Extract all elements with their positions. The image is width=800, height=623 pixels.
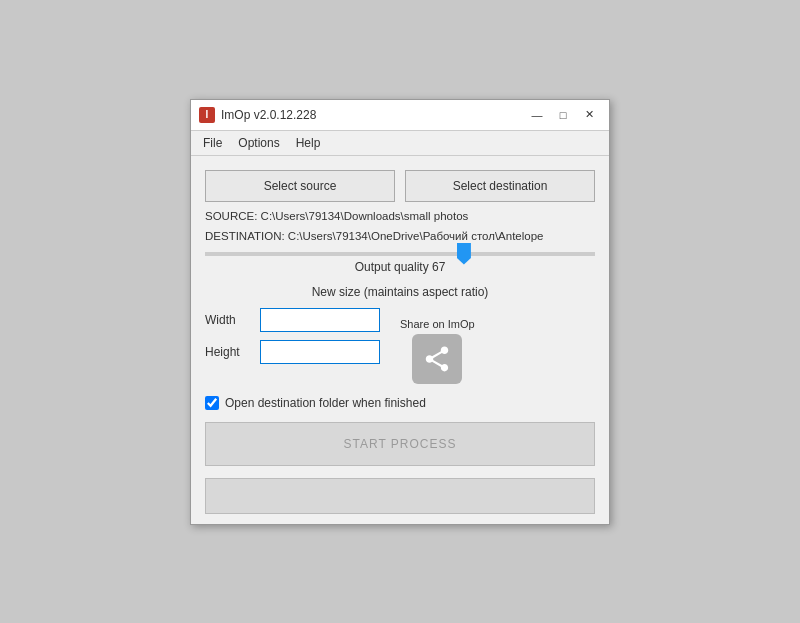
height-label: Height [205, 345, 250, 359]
content-area: Select source Select destination SOURCE:… [191, 156, 609, 524]
title-bar-left: I ImOp v2.0.12.228 [199, 107, 316, 123]
quality-slider[interactable] [205, 252, 595, 256]
select-source-button[interactable]: Select source [205, 170, 395, 202]
open-folder-checkbox[interactable] [205, 396, 219, 410]
title-bar: I ImOp v2.0.12.228 — □ ✕ [191, 100, 609, 131]
menu-help[interactable]: Help [288, 133, 329, 153]
checkbox-label: Open destination folder when finished [225, 396, 426, 410]
size-fields: Width Height [205, 308, 380, 364]
menu-file[interactable]: File [195, 133, 230, 153]
minimize-button[interactable]: — [525, 106, 549, 124]
height-input[interactable] [260, 340, 380, 364]
maximize-button[interactable]: □ [551, 106, 575, 124]
menu-bar: File Options Help [191, 131, 609, 156]
window-title: ImOp v2.0.12.228 [221, 108, 316, 122]
share-label: Share on ImOp [400, 318, 475, 330]
select-destination-button[interactable]: Select destination [405, 170, 595, 202]
new-size-label: New size (maintains aspect ratio) [312, 285, 489, 299]
share-icon [422, 344, 452, 374]
main-window: I ImOp v2.0.12.228 — □ ✕ File Options He… [190, 99, 610, 525]
width-row: Width [205, 308, 380, 332]
app-icon: I [199, 107, 215, 123]
menu-options[interactable]: Options [230, 133, 287, 153]
checkbox-row: Open destination folder when finished [205, 396, 595, 410]
quality-section: Output quality 67 [205, 252, 595, 274]
action-buttons: Select source Select destination [205, 170, 595, 202]
destination-path: DESTINATION: C:\Users\79134\OneDrive\Раб… [205, 230, 595, 242]
width-label: Width [205, 313, 250, 327]
progress-bar [205, 478, 595, 514]
share-section: Share on ImOp [400, 318, 475, 384]
quality-label: Output quality 67 [355, 260, 446, 274]
size-and-share: Width Height Share on ImOp [205, 308, 595, 384]
source-path: SOURCE: C:\Users\79134\Downloads\small p… [205, 210, 595, 222]
width-input[interactable] [260, 308, 380, 332]
height-row: Height [205, 340, 380, 364]
share-button[interactable] [412, 334, 462, 384]
close-button[interactable]: ✕ [577, 106, 601, 124]
title-bar-buttons: — □ ✕ [525, 106, 601, 124]
start-process-button[interactable]: START PROCESS [205, 422, 595, 466]
